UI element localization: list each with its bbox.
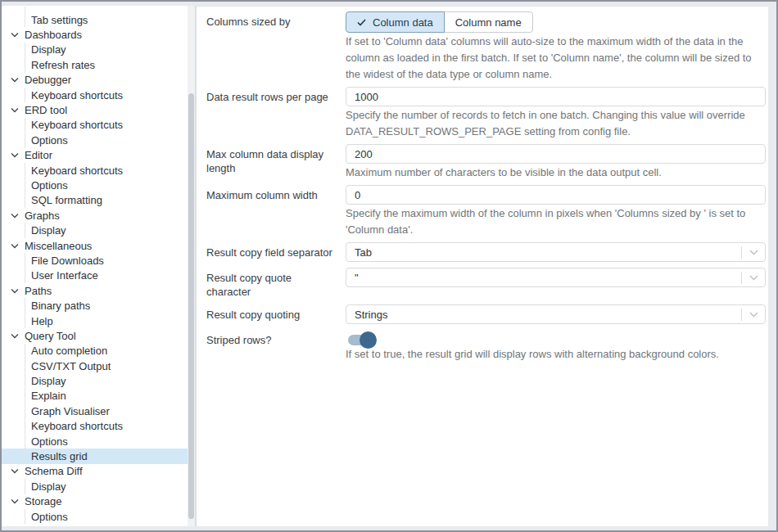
field-label-maximum-column-width: Maximum column width xyxy=(206,185,346,238)
form-row-maximum-column-width: Maximum column widthSpecify the maximum … xyxy=(206,185,766,238)
chevron-down-icon[interactable] xyxy=(11,152,19,158)
sidebar-item-storage[interactable]: Storage xyxy=(2,494,195,509)
chevron-down-icon[interactable] xyxy=(11,288,19,294)
chevron-down-icon[interactable] xyxy=(11,333,19,339)
sidebar-item-erd-tool[interactable]: ERD tool xyxy=(2,102,195,117)
form-row-data-result-rows-per-page: Data result rows per pageSpecify the num… xyxy=(206,87,766,140)
striped-rows-toggle-switch[interactable] xyxy=(348,335,374,345)
sidebar-item-options[interactable]: Options xyxy=(2,178,195,192)
columns-sized-by-option-column-data[interactable]: Column data xyxy=(346,11,445,33)
sidebar-item-options[interactable]: Options xyxy=(2,434,195,449)
sidebar-item-label: Graphs xyxy=(25,210,60,222)
columns-sized-by-toggle-group: Column dataColumn name xyxy=(346,11,533,33)
form-row-result-copy-quote-character: Result copy quote character" xyxy=(206,268,766,299)
chevron-down-icon[interactable] xyxy=(11,32,19,38)
sidebar-item-binary-paths[interactable]: Binary paths xyxy=(2,298,195,313)
sidebar-item-label: Keyboard shortcuts xyxy=(31,420,123,432)
sidebar-item-options[interactable]: Options xyxy=(2,509,195,524)
chevron-down-icon[interactable] xyxy=(749,250,758,255)
sidebar-item-miscellaneous[interactable]: Miscellaneous xyxy=(2,238,195,253)
sidebar-item-label: Options xyxy=(31,511,68,523)
field-label-max-column-data-display-length: Max column data display length xyxy=(206,144,346,181)
field-control-maximum-column-width: Specify the maximum width of the column … xyxy=(346,185,766,238)
sidebar-item-label: Display xyxy=(31,43,66,56)
select-value: " xyxy=(355,272,359,284)
tree-item-partial xyxy=(2,7,195,12)
field-label-columns-sized-by: Columns sized by xyxy=(206,11,346,83)
preferences-tree: Tab settingsDashboardsDisplayRefresh rat… xyxy=(2,6,195,524)
chevron-down-icon[interactable] xyxy=(11,498,19,504)
field-control-result-copy-quote-character: " xyxy=(346,268,766,299)
sidebar-item-results-grid[interactable]: Results grid xyxy=(2,449,195,463)
sidebar-scrollbar-track[interactable] xyxy=(188,6,195,526)
preferences-form: Columns sized byColumn dataColumn nameIf… xyxy=(206,11,766,363)
sidebar-item-keyboard-shortcuts[interactable]: Keyboard shortcuts xyxy=(2,88,195,102)
sidebar-item-label: Schema Diff xyxy=(25,465,83,477)
result-copy-quoting-select[interactable]: Strings xyxy=(346,304,766,324)
result-copy-quote-character-select[interactable]: " xyxy=(346,268,766,287)
select-value: Tab xyxy=(355,246,372,259)
sidebar-item-label: Options xyxy=(31,179,68,192)
sidebar-item-keyboard-shortcuts[interactable]: Keyboard shortcuts xyxy=(2,163,195,178)
field-control-columns-sized-by: Column dataColumn nameIf set to 'Column … xyxy=(346,11,766,83)
sidebar-item-label: Paths xyxy=(25,285,52,297)
sidebar-item-query-tool[interactable]: Query Tool xyxy=(2,328,195,343)
maximum-column-width-input[interactable] xyxy=(346,185,766,205)
sidebar-item-sql-formatting[interactable]: SQL formatting xyxy=(2,193,195,208)
field-label-result-copy-quote-character: Result copy quote character xyxy=(206,268,346,299)
select-separator xyxy=(741,246,742,259)
switch-knob[interactable] xyxy=(360,331,377,349)
sidebar-item-help[interactable]: Help xyxy=(2,313,195,328)
sidebar-scrollbar-thumb[interactable] xyxy=(188,93,194,519)
result-copy-field-separator-select[interactable]: Tab xyxy=(346,242,766,262)
sidebar-item-label: Results grid xyxy=(31,450,88,462)
sidebar-item-label: CSV/TXT Output xyxy=(31,360,111,372)
columns-sized-by-option-column-name[interactable]: Column name xyxy=(444,11,533,33)
sidebar-item-label: Tab settings xyxy=(31,14,88,26)
data-result-rows-per-page-input[interactable] xyxy=(346,87,766,106)
sidebar-item-label: Refresh rates xyxy=(31,59,95,71)
right-gutter xyxy=(768,6,776,526)
sidebar-item-graphs[interactable]: Graphs xyxy=(2,208,195,223)
sidebar-item-display[interactable]: Display xyxy=(2,373,195,388)
chevron-down-icon[interactable] xyxy=(749,275,758,281)
sidebar-item-label: Miscellaneous xyxy=(25,240,92,252)
sidebar-item-label: ERD tool xyxy=(25,104,67,116)
sidebar-item-keyboard-shortcuts[interactable]: Keyboard shortcuts xyxy=(2,419,195,434)
sidebar-item-csv-txt-output[interactable]: CSV/TXT Output xyxy=(2,358,195,373)
sidebar-item-file-downloads[interactable]: File Downloads xyxy=(2,253,195,268)
sidebar-item-display[interactable]: Display xyxy=(2,43,195,57)
form-row-result-copy-quoting: Result copy quotingStrings xyxy=(206,304,766,324)
sidebar-item-label: Keyboard shortcuts xyxy=(31,89,123,101)
chevron-down-icon[interactable] xyxy=(11,213,19,219)
sidebar-item-graph-visualiser[interactable]: Graph Visualiser xyxy=(2,404,195,418)
field-label-striped-rows: Striped rows? xyxy=(206,330,346,363)
chevron-down-icon[interactable] xyxy=(11,468,19,474)
sidebar-item-explain[interactable]: Explain xyxy=(2,389,195,404)
sidebar-item-label: File Downloads xyxy=(31,255,104,267)
max-column-data-display-length-input[interactable] xyxy=(346,144,766,164)
sidebar-item-options[interactable]: Options xyxy=(2,133,195,147)
sidebar-item-display[interactable]: Display xyxy=(2,479,195,494)
chevron-down-icon[interactable] xyxy=(11,243,19,249)
sidebar-item-user-interface[interactable]: User Interface xyxy=(2,268,195,283)
sidebar-item-editor[interactable]: Editor xyxy=(2,148,195,163)
sidebar-item-debugger[interactable]: Debugger xyxy=(2,73,195,88)
chevron-down-icon[interactable] xyxy=(11,77,19,83)
sidebar-item-display[interactable]: Display xyxy=(2,223,195,237)
sidebar-item-label: Explain xyxy=(31,390,66,402)
sidebar-item-paths[interactable]: Paths xyxy=(2,283,195,298)
sidebar-item-auto-completion[interactable]: Auto completion xyxy=(2,344,195,358)
preferences-sidebar: Tab settingsDashboardsDisplayRefresh rat… xyxy=(2,6,197,526)
sidebar-item-tab-settings[interactable]: Tab settings xyxy=(2,12,195,27)
chevron-down-icon[interactable] xyxy=(11,107,19,113)
sidebar-item-refresh-rates[interactable]: Refresh rates xyxy=(2,57,195,72)
sidebar-item-schema-diff[interactable]: Schema Diff xyxy=(2,464,195,479)
toggle-option-label: Column name xyxy=(455,16,522,29)
select-separator xyxy=(741,272,742,284)
chevron-down-icon[interactable] xyxy=(749,312,758,318)
sidebar-item-label: Graph Visualiser xyxy=(31,405,110,417)
sidebar-item-dashboards[interactable]: Dashboards xyxy=(2,27,195,42)
form-row-max-column-data-display-length: Max column data display lengthMaximum nu… xyxy=(206,144,766,181)
sidebar-item-keyboard-shortcuts[interactable]: Keyboard shortcuts xyxy=(2,118,195,133)
